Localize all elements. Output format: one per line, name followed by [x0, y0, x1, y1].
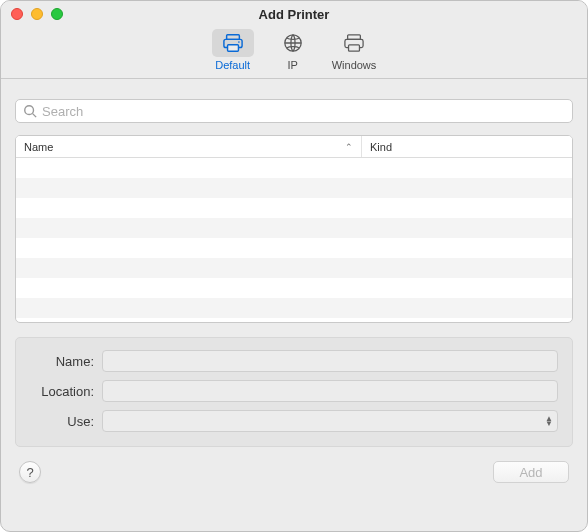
column-kind-label: Kind: [370, 141, 392, 153]
content-area: Name ⌃ Kind Name:: [1, 79, 587, 531]
table-row: [16, 298, 572, 318]
table-row: [16, 178, 572, 198]
stepper-icon: ▲▼: [545, 416, 553, 426]
search-input[interactable]: [15, 99, 573, 123]
tab-ip[interactable]: IP: [272, 29, 314, 71]
column-header-name[interactable]: Name ⌃: [16, 136, 362, 157]
help-button[interactable]: ?: [19, 461, 41, 483]
svg-point-8: [25, 106, 34, 115]
list-rows: [16, 158, 572, 322]
tab-default[interactable]: Default: [212, 29, 254, 71]
tab-ip-label: IP: [287, 59, 297, 71]
svg-line-9: [33, 114, 37, 118]
globe-icon: [283, 33, 303, 53]
windows-printer-icon: [343, 33, 365, 53]
name-field[interactable]: [102, 350, 558, 372]
location-label: Location:: [30, 384, 102, 399]
table-row: [16, 198, 572, 218]
column-header-kind[interactable]: Kind: [362, 136, 572, 157]
svg-point-3: [238, 41, 240, 43]
table-row: [16, 258, 572, 278]
tab-default-label: Default: [215, 59, 250, 71]
use-label: Use:: [30, 414, 102, 429]
tab-windows-label: Windows: [332, 59, 377, 71]
tab-windows[interactable]: Windows: [332, 29, 377, 71]
search-icon: [23, 104, 37, 118]
search-field-wrap: [15, 99, 573, 123]
table-row: [16, 218, 572, 238]
table-row: [16, 278, 572, 298]
titlebar: Add Printer: [1, 1, 587, 27]
table-row: [16, 238, 572, 258]
svg-rect-2: [227, 45, 238, 51]
use-select[interactable]: ▲▼: [102, 410, 558, 432]
add-printer-window: Add Printer Default: [0, 0, 588, 532]
name-label: Name:: [30, 354, 102, 369]
printers-list: Name ⌃ Kind: [15, 135, 573, 323]
printer-details-form: Name: Location: Use: ▲▼: [15, 337, 573, 447]
column-name-label: Name: [24, 141, 53, 153]
sort-ascending-icon: ⌃: [345, 142, 353, 152]
printer-icon: [222, 33, 244, 53]
window-title: Add Printer: [1, 7, 587, 22]
list-header: Name ⌃ Kind: [16, 136, 572, 158]
toolbar: Default IP: [1, 27, 587, 79]
add-button-label: Add: [519, 465, 542, 480]
svg-rect-5: [348, 35, 361, 40]
table-row: [16, 158, 572, 178]
footer: ? Add: [15, 461, 573, 485]
add-button[interactable]: Add: [493, 461, 569, 483]
location-field[interactable]: [102, 380, 558, 402]
help-icon: ?: [26, 465, 33, 480]
svg-rect-7: [349, 45, 360, 51]
